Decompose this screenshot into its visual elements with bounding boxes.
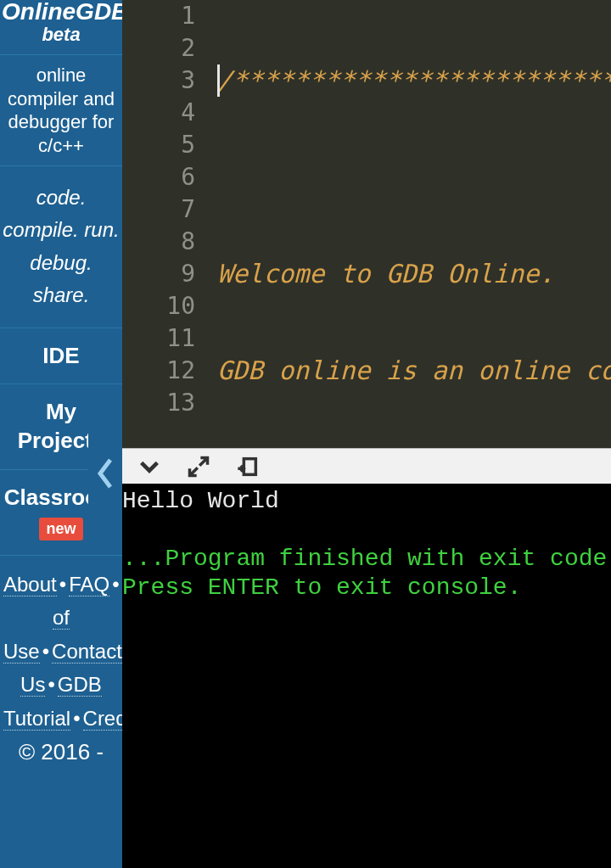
link-faq[interactable]: FAQ: [69, 573, 109, 596]
console-header: input: [122, 448, 611, 484]
brand-description: online compiler and debugger for c/c++: [0, 55, 122, 166]
main-area: 1 2 3 4 5 6 7 8 9 10 11 12 13 /*********…: [122, 0, 611, 868]
line-number: 1: [122, 0, 195, 32]
line-number: 3: [122, 64, 195, 97]
line-number: 7: [122, 193, 195, 226]
line-number: 8: [122, 226, 195, 258]
code-content[interactable]: /***************************************…: [217, 0, 611, 448]
svg-rect-0: [244, 458, 255, 474]
copyright: © 2016 -: [0, 736, 122, 765]
expand-icon[interactable]: [187, 455, 210, 479]
code-token-comment: Welcome to GDB Online.: [217, 259, 554, 288]
new-badge: new: [39, 518, 82, 540]
console-output[interactable]: Hello World ...Program finished with exi…: [122, 484, 611, 868]
console-tab-label: input: [275, 455, 611, 479]
tagline: code. compile. run. debug. share.: [0, 166, 122, 328]
line-number: 10: [122, 290, 195, 322]
brand-title: OnlineGDB: [2, 0, 121, 24]
sidebar-collapse-handle[interactable]: [88, 423, 122, 524]
console-line: Press ENTER to exit console.: [122, 574, 521, 601]
code-editor[interactable]: 1 2 3 4 5 6 7 8 9 10 11 12 13 /*********…: [122, 0, 611, 448]
line-number: 4: [122, 97, 195, 129]
code-token-comment: /***************************************…: [217, 65, 611, 95]
line-gutter: 1 2 3 4 5 6 7 8 9 10 11 12 13: [122, 0, 217, 448]
console-line: ...Program finished with exit code 0: [122, 546, 611, 572]
copy-icon[interactable]: [236, 455, 260, 479]
line-number: 2: [122, 32, 195, 64]
footer-links: About•FAQ•Blog•Terms of Use•Contact Us•G…: [0, 556, 122, 736]
line-number: 12: [122, 355, 195, 387]
cursor: [217, 64, 220, 97]
line-number: 11: [122, 322, 195, 355]
line-number: 5: [122, 129, 195, 161]
line-number: 13: [122, 387, 195, 419]
nav-ide[interactable]: IDE: [0, 328, 122, 385]
line-number: 6: [122, 161, 195, 193]
link-about[interactable]: About: [3, 573, 57, 596]
console-line: Hello World: [122, 488, 279, 514]
console-panel: input Hello World ...Program finished wi…: [122, 448, 611, 868]
code-token-comment: GDB online is an online compiler and deb…: [217, 356, 611, 385]
line-number: 9: [122, 258, 195, 290]
brand: OnlineGDB beta: [0, 0, 122, 55]
brand-beta: beta: [2, 24, 121, 46]
chevron-down-icon[interactable]: [137, 455, 161, 479]
